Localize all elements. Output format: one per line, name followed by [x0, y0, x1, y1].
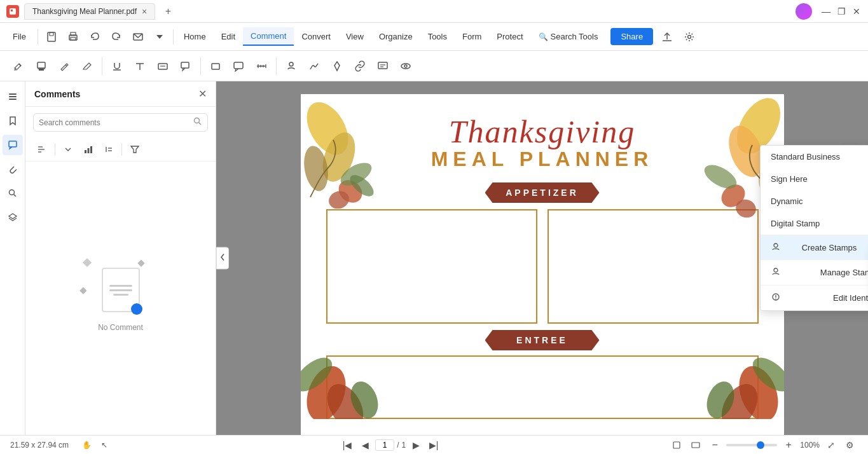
first-page-button[interactable]: |◀ [340, 437, 355, 453]
file-tab[interactable]: Thanksgiving Meal Planner.pdf × [24, 3, 155, 20]
menu-item-home[interactable]: Home [176, 28, 214, 45]
eye-button[interactable] [395, 55, 417, 77]
menu-item-organize[interactable]: Organize [371, 28, 420, 45]
svg-rect-22 [181, 62, 189, 68]
last-page-button[interactable]: ▶| [426, 437, 441, 453]
page-fit2-button[interactable] [688, 437, 703, 453]
win-close-button[interactable]: ✕ [851, 6, 862, 17]
highlighter-button[interactable] [8, 55, 29, 77]
email-button[interactable] [127, 26, 149, 48]
select-tool-button[interactable]: ↖ [97, 437, 112, 453]
prev-page-button[interactable]: ◀ [357, 437, 373, 453]
link-button[interactable] [349, 55, 371, 77]
svg-rect-49 [88, 148, 90, 153]
pdf-viewer[interactable]: Thanksgiving MEAL PLANNER APPETIZER ENTR… [216, 81, 868, 435]
menu-item-form[interactable]: Form [455, 28, 489, 45]
stamp2-button[interactable] [280, 55, 302, 77]
upload-button[interactable] [658, 28, 676, 46]
textbox-button[interactable] [152, 55, 174, 77]
win-maximize-button[interactable]: ❐ [836, 6, 846, 17]
search-tools-label: Search Tools [551, 32, 598, 41]
profile-avatar[interactable] [796, 3, 812, 20]
menu-item-comment[interactable]: Comment [243, 27, 294, 46]
sidebar-icon-attachment[interactable] [3, 159, 23, 179]
sidebar-icon-bookmark[interactable] [3, 111, 23, 131]
menu-item-file[interactable]: File [4, 28, 35, 45]
print-button[interactable] [62, 26, 84, 48]
shape-button[interactable] [205, 55, 226, 77]
win-minimize-button[interactable]: — [821, 6, 831, 17]
sidebar-icon-comment-active[interactable] [3, 135, 23, 155]
svg-rect-2 [48, 32, 55, 41]
scroll-left-button[interactable] [216, 247, 229, 270]
svg-rect-36 [9, 93, 17, 95]
dropdown-item-edit-identity[interactable]: Edit Identity [761, 285, 868, 310]
zoom-in-button[interactable]: + [781, 437, 796, 453]
search-icon[interactable] [193, 117, 202, 128]
hand-tool-button[interactable]: ✋ [79, 437, 94, 453]
stamp-button[interactable] [31, 55, 52, 77]
svg-line-41 [13, 195, 16, 197]
dropdown-item-create-stamps[interactable]: Create Stamps › [761, 235, 868, 260]
search-tools-button[interactable]: 🔍 Search Tools [531, 28, 606, 45]
dropdown-item-digital-stamp[interactable]: Digital Stamp › [761, 212, 868, 235]
dropdown-item-standard-business[interactable]: Standard Business › [761, 146, 868, 168]
svg-rect-1 [11, 10, 13, 11]
redo-button[interactable] [106, 26, 127, 48]
share-button[interactable]: Share [610, 28, 653, 45]
sidebar-icon-layers[interactable] [3, 207, 23, 228]
settings-button[interactable] [679, 26, 700, 48]
freehand-button[interactable] [303, 55, 325, 77]
sort-button[interactable] [33, 141, 51, 158]
page-fit-button[interactable] [669, 437, 684, 453]
menu-item-edit[interactable]: Edit [214, 28, 243, 45]
filter-button[interactable] [126, 141, 144, 158]
page-number-input[interactable] [375, 439, 394, 451]
chart-button[interactable] [79, 141, 97, 158]
pin-button[interactable] [326, 55, 348, 77]
dropdown-item-label: Edit Identity [833, 293, 868, 303]
comments-title: Comments [34, 89, 80, 99]
no-comment-text: No Comment [98, 323, 143, 332]
search-comments-input[interactable] [39, 118, 189, 127]
menu-item-convert[interactable]: Convert [294, 28, 338, 45]
dropdown-item-label: Dynamic [771, 196, 803, 206]
measure-button[interactable] [251, 55, 272, 77]
comments-close-button[interactable]: ✕ [198, 88, 207, 100]
zoom-out-button[interactable]: − [707, 437, 722, 453]
menu-item-protect[interactable]: Protect [489, 28, 530, 45]
callout-button[interactable] [175, 55, 196, 77]
dropdown-item-manage-stamp[interactable]: Manage Stamp [761, 260, 868, 285]
sidebar-icon-menu[interactable] [3, 86, 23, 107]
text-button[interactable] [129, 55, 151, 77]
settings2-button[interactable]: ⚙ [843, 437, 858, 453]
dropdown-item-dynamic[interactable]: Dynamic › [761, 190, 868, 212]
dropdown-item-sign-here[interactable]: Sign Here › [761, 168, 868, 190]
callout2-button[interactable] [228, 55, 249, 77]
next-page-button[interactable]: ▶ [408, 437, 424, 453]
fullscreen-button[interactable]: ⤢ [823, 437, 839, 453]
review-button[interactable] [372, 55, 394, 77]
pen-button[interactable] [53, 55, 75, 77]
stamp-dropdown-menu: Standard Business › Sign Here › Dynamic … [760, 145, 868, 311]
new-tab-button[interactable]: + [160, 4, 176, 19]
svg-rect-95 [673, 442, 680, 448]
menu-item-tools[interactable]: Tools [420, 28, 455, 45]
zoom-level: 100% [800, 441, 820, 450]
eraser-button[interactable] [76, 55, 98, 77]
sidebar-icon-search[interactable] [3, 183, 23, 203]
underline-button[interactable] [106, 55, 128, 77]
thanksgiving-title: Thanksgiving [449, 113, 635, 150]
menu-item-view[interactable]: View [338, 28, 371, 45]
dropdown-button[interactable] [149, 26, 170, 48]
svg-point-40 [9, 190, 14, 195]
svg-rect-38 [9, 99, 17, 100]
doc-icon [102, 268, 140, 312]
toolbar-sep-2 [200, 57, 201, 75]
zoom-slider[interactable] [726, 444, 777, 446]
expand-button[interactable] [59, 141, 77, 158]
undo-button[interactable] [84, 26, 106, 48]
list-button[interactable] [100, 141, 118, 158]
save-button[interactable] [41, 26, 62, 48]
tab-close-button[interactable]: × [142, 6, 147, 17]
